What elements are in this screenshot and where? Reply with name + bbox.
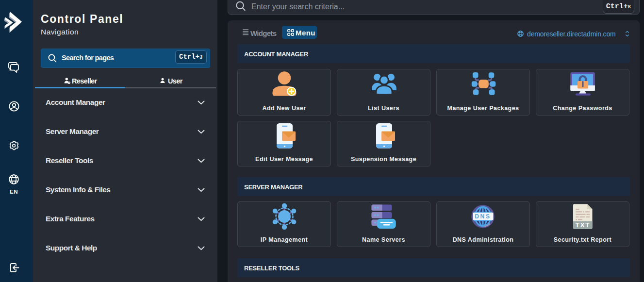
svg-text:TXT: TXT xyxy=(576,221,591,229)
svg-text:DNS: DNS xyxy=(475,213,491,220)
